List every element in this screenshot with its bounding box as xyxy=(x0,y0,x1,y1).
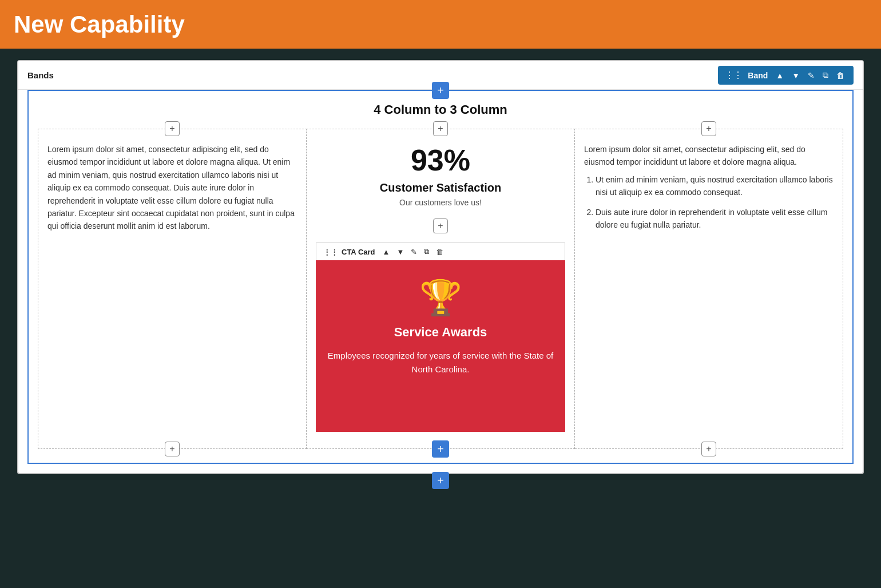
col3-add-top-button[interactable]: + xyxy=(701,121,716,136)
main-area: Bands ⋮⋮ Band ▲ ▼ ✎ ⧉ 🗑 + 4 Column to 3 … xyxy=(0,49,881,486)
column-3: + Lorem ipsum dolor sit amet, consectetu… xyxy=(575,129,843,449)
col2-add-bottom-button[interactable]: + xyxy=(432,440,449,458)
cta-copy-button[interactable]: ⧉ xyxy=(422,247,431,257)
stat-sub: Our customers love us! xyxy=(316,198,565,207)
band-add-top-button[interactable]: + xyxy=(432,82,449,99)
list-item: Duis aute irure dolor in reprehenderit i… xyxy=(596,206,834,232)
cta-delete-button[interactable]: 🗑 xyxy=(434,247,445,257)
band-move-down-button[interactable]: ▼ xyxy=(789,70,802,81)
cta-trophy-emoji: 🏆 xyxy=(327,277,554,318)
col2-add-top-button[interactable]: + xyxy=(433,121,448,136)
columns-area: + Lorem ipsum dolor sit amet, consectetu… xyxy=(29,124,852,463)
band-copy-button[interactable]: ⧉ xyxy=(820,69,831,81)
cta-card-desc: Employees recognized for years of servic… xyxy=(327,349,554,376)
band-delete-button[interactable]: 🗑 xyxy=(834,70,847,81)
col3-list: Ut enim ad minim veniam, quis nostrud ex… xyxy=(584,173,834,232)
header: New Capability xyxy=(0,0,881,49)
band-name: Band xyxy=(748,71,768,80)
cta-card: 🏆 🏆 Service Awards Employees recognized … xyxy=(316,260,565,432)
cta-edit-button[interactable]: ✎ xyxy=(409,247,419,257)
stat-number: 93% xyxy=(316,144,565,177)
column-2: + 93% Customer Satisfaction Our customer… xyxy=(307,129,575,449)
cta-move-down-button[interactable]: ▼ xyxy=(395,247,406,257)
page-title: New Capability xyxy=(14,11,185,38)
col1-add-top-button[interactable]: + xyxy=(165,121,180,136)
cta-move-up-button[interactable]: ▲ xyxy=(381,247,392,257)
cta-card-title: Service Awards xyxy=(327,325,554,340)
cta-name: CTA Card xyxy=(342,248,375,256)
editor-container: Bands ⋮⋮ Band ▲ ▼ ✎ ⧉ 🗑 + 4 Column to 3 … xyxy=(17,60,864,474)
col2-add-middle-button[interactable]: + xyxy=(433,218,448,233)
drag-icon: ⋮⋮ xyxy=(725,70,742,81)
band-add-bottom-button[interactable]: + xyxy=(432,472,449,489)
cta-toolbar: ⋮⋮ CTA Card ▲ ▼ ✎ ⧉ 🗑 xyxy=(316,243,565,260)
stat-block: 93% Customer Satisfaction Our customers … xyxy=(316,138,565,213)
band-section: + 4 Column to 3 Column + Lorem ipsum dol… xyxy=(27,90,854,464)
col3-add-bottom-button[interactable]: + xyxy=(701,442,716,456)
bands-label: Bands xyxy=(27,70,54,80)
band-move-up-button[interactable]: ▲ xyxy=(773,70,786,81)
col3-text: Lorem ipsum dolor sit amet, consectetur … xyxy=(584,143,834,169)
column-1: + Lorem ipsum dolor sit amet, consectetu… xyxy=(38,129,307,449)
list-item: Ut enim ad minim veniam, quis nostrud ex… xyxy=(596,173,834,199)
col1-text: Lorem ipsum dolor sit amet, consectetur … xyxy=(47,143,297,233)
band-edit-button[interactable]: ✎ xyxy=(805,70,817,81)
band-controls: ⋮⋮ Band ▲ ▼ ✎ ⧉ 🗑 xyxy=(718,66,854,85)
cta-wrapper: ⋮⋮ CTA Card ▲ ▼ ✎ ⧉ 🗑 xyxy=(316,243,565,432)
col1-add-bottom-button[interactable]: + xyxy=(165,442,180,456)
stat-label: Customer Satisfaction xyxy=(316,181,565,194)
cta-drag-icon: ⋮⋮ xyxy=(323,248,338,256)
